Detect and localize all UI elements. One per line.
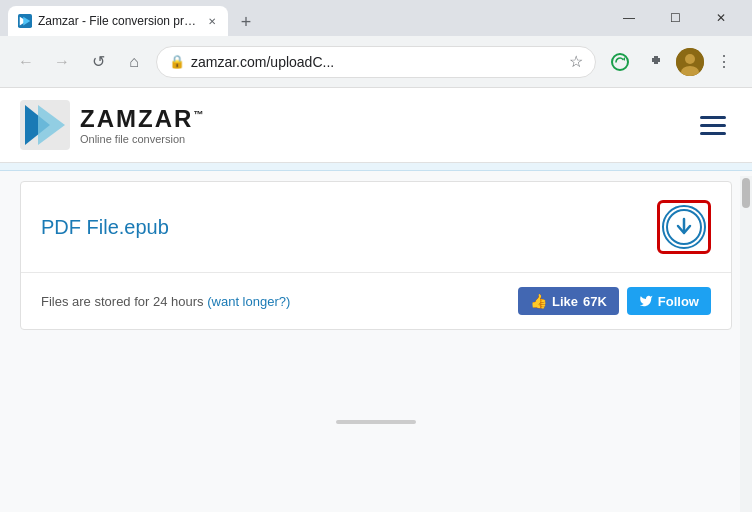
file-name: PDF File.epub (41, 216, 169, 239)
download-button-wrapper (657, 200, 711, 254)
hamburger-line-2 (700, 124, 726, 127)
twitter-icon (639, 294, 653, 308)
svg-marker-4 (623, 57, 625, 61)
blue-accent-bar (0, 163, 752, 171)
tab-close-button[interactable]: ✕ (204, 13, 220, 29)
storage-text: Files are stored for 24 hours (want long… (41, 294, 290, 309)
page-content: ZAMZAR™ Online file conversion PDF File.… (0, 88, 752, 512)
svg-point-6 (685, 54, 695, 64)
url-bar[interactable]: 🔒 zamzar.com/uploadC... ☆ (156, 46, 596, 78)
want-longer-link[interactable]: (want longer?) (207, 294, 290, 309)
reload-button[interactable]: ↺ (84, 48, 112, 76)
scrollbar-thumb-top[interactable] (742, 178, 750, 208)
follow-button[interactable]: Follow (627, 287, 711, 315)
svg-point-3 (612, 54, 628, 70)
zamzar-logo: ZAMZAR™ Online file conversion (20, 100, 205, 150)
zamzar-brand: ZAMZAR™ (80, 105, 205, 133)
tab-title: Zamzar - File conversion progres (38, 14, 198, 28)
title-bar: Zamzar - File conversion progres ✕ + — ☐… (0, 0, 752, 36)
url-text: zamzar.com/uploadC... (191, 54, 563, 70)
user-avatar[interactable] (676, 48, 704, 76)
like-label: Like (552, 294, 578, 309)
follow-label: Follow (658, 294, 699, 309)
close-button[interactable]: ✕ (698, 0, 744, 36)
bookmark-icon[interactable]: ☆ (569, 52, 583, 71)
minimize-button[interactable]: — (606, 0, 652, 36)
scrollbar[interactable] (740, 176, 752, 512)
logo-text: ZAMZAR™ Online file conversion (80, 105, 205, 145)
active-tab[interactable]: Zamzar - File conversion progres ✕ (8, 6, 228, 36)
scroll-indicator (0, 410, 752, 434)
sync-icon[interactable] (604, 46, 636, 78)
extensions-icon[interactable] (640, 46, 672, 78)
back-button[interactable]: ← (12, 48, 40, 76)
address-bar: ← → ↺ ⌂ 🔒 zamzar.com/uploadC... ☆ (0, 36, 752, 88)
file-row: PDF File.epub (21, 182, 731, 273)
zamzar-logo-icon (20, 100, 70, 150)
scroll-bar (336, 420, 416, 424)
maximize-button[interactable]: ☐ (652, 0, 698, 36)
home-button[interactable]: ⌂ (120, 48, 148, 76)
hamburger-line-1 (700, 116, 726, 119)
browser-window: Zamzar - File conversion progres ✕ + — ☐… (0, 0, 752, 512)
forward-button[interactable]: → (48, 48, 76, 76)
zamzar-header: ZAMZAR™ Online file conversion (0, 88, 752, 163)
like-count: 67K (583, 294, 607, 309)
like-button[interactable]: 👍 Like 67K (518, 287, 619, 315)
social-buttons: 👍 Like 67K Follow (518, 287, 711, 315)
thumbs-up-icon: 👍 (530, 293, 547, 309)
tab-bar: Zamzar - File conversion progres ✕ + (8, 0, 606, 36)
more-options-icon[interactable]: ⋮ (708, 46, 740, 78)
hamburger-line-3 (700, 132, 726, 135)
lock-icon: 🔒 (169, 54, 185, 69)
download-icon (666, 209, 702, 245)
hamburger-menu[interactable] (694, 110, 732, 141)
toolbar-icons: ⋮ (604, 46, 740, 78)
conversion-card: PDF File.epub (20, 181, 732, 330)
window-controls: — ☐ ✕ (606, 0, 744, 36)
new-tab-button[interactable]: + (232, 8, 260, 36)
info-row: Files are stored for 24 hours (want long… (21, 273, 731, 329)
download-button[interactable] (662, 205, 706, 249)
zamzar-tagline: Online file conversion (80, 133, 205, 145)
tab-favicon-icon (18, 14, 32, 28)
